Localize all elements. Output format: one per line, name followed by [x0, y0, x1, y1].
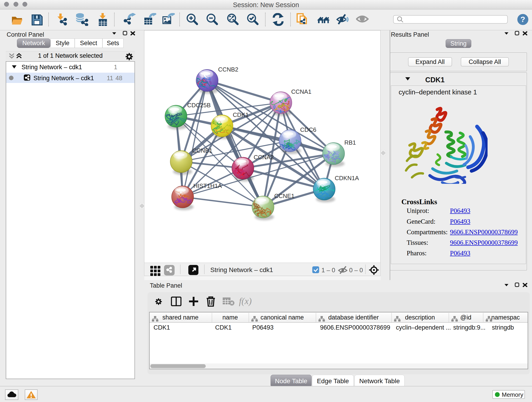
svg-text:RB1: RB1 [344, 139, 356, 146]
svg-text:CDK1: CDK1 [233, 111, 249, 118]
svg-text:CCNA2: CCNA2 [254, 154, 274, 161]
svg-text:CCNE1: CCNE1 [274, 192, 294, 199]
svg-text:CDC6: CDC6 [300, 126, 317, 133]
svg-text:CCNA1: CCNA1 [291, 88, 311, 95]
svg-text:CCNB1: CCNB1 [192, 147, 212, 154]
svg-text:CDC25B: CDC25B [187, 102, 211, 109]
svg-text:HIST1H1A: HIST1H1A [193, 182, 222, 189]
svg-text:?: ? [520, 15, 525, 24]
svg-text:CDKN1A: CDKN1A [335, 175, 359, 182]
svg-text:CCNB2: CCNB2 [218, 66, 238, 73]
